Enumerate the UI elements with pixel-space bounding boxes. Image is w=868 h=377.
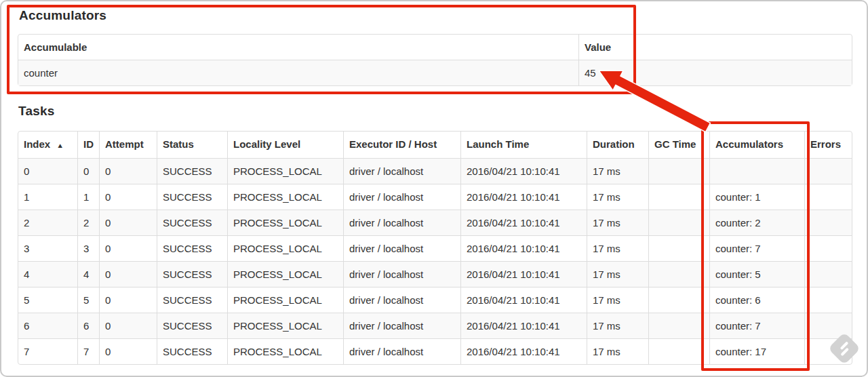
column-header-launch-time[interactable]: Launch Time bbox=[460, 132, 587, 158]
tasks-header-row: Index▲ ID Attempt Status Locality Level … bbox=[18, 132, 852, 158]
table-cell: PROCESS_LOCAL bbox=[227, 338, 343, 364]
column-header-executor-id-host[interactable]: Executor ID / Host bbox=[343, 132, 460, 158]
table-row: 770SUCCESSPROCESS_LOCALdriver / localhos… bbox=[18, 338, 852, 364]
table-cell: 0 bbox=[99, 261, 157, 287]
table-row: 660SUCCESSPROCESS_LOCALdriver / localhos… bbox=[18, 313, 852, 338]
table-cell: 17 ms bbox=[587, 287, 648, 313]
table-cell: SUCCESS bbox=[157, 287, 227, 313]
table-cell: 17 ms bbox=[587, 235, 648, 261]
table-row: 330SUCCESSPROCESS_LOCALdriver / localhos… bbox=[18, 235, 852, 261]
table-cell: 0 bbox=[99, 313, 157, 338]
table-cell: PROCESS_LOCAL bbox=[227, 313, 343, 338]
table-cell: 3 bbox=[18, 235, 77, 261]
table-cell bbox=[648, 210, 709, 235]
table-cell: SUCCESS bbox=[157, 184, 227, 210]
table-cell: 2016/04/21 10:10:41 bbox=[460, 235, 587, 261]
accumulators-table: Accumulable Value counter45 bbox=[18, 34, 852, 86]
table-cell: 0 bbox=[18, 158, 77, 184]
table-cell: 0 bbox=[99, 235, 157, 261]
column-header-locality-level[interactable]: Locality Level bbox=[227, 132, 343, 158]
table-cell: 2016/04/21 10:10:41 bbox=[460, 313, 587, 338]
table-cell: counter: 7 bbox=[709, 235, 804, 261]
table-cell bbox=[648, 338, 709, 364]
table-cell: 2016/04/21 10:10:41 bbox=[460, 184, 587, 210]
sort-ascending-icon: ▲ bbox=[56, 139, 64, 152]
table-cell: 0 bbox=[99, 210, 157, 235]
table-cell: 6 bbox=[77, 313, 99, 338]
table-cell bbox=[804, 287, 852, 313]
column-header-errors[interactable]: Errors bbox=[804, 132, 852, 158]
table-cell: counter: 7 bbox=[709, 313, 804, 338]
table-cell: 17 ms bbox=[587, 184, 648, 210]
table-cell: PROCESS_LOCAL bbox=[227, 210, 343, 235]
table-cell: 5 bbox=[18, 287, 77, 313]
table-cell: 2016/04/21 10:10:41 bbox=[460, 261, 587, 287]
table-cell bbox=[648, 287, 709, 313]
table-cell: SUCCESS bbox=[157, 313, 227, 338]
table-cell: 2016/04/21 10:10:41 bbox=[460, 210, 587, 235]
table-cell: counter: 1 bbox=[709, 184, 804, 210]
table-cell: 0 bbox=[77, 158, 99, 184]
table-cell: driver / localhost bbox=[343, 261, 460, 287]
column-header-attempt[interactable]: Attempt bbox=[99, 132, 157, 158]
table-cell bbox=[804, 261, 852, 287]
table-cell: PROCESS_LOCAL bbox=[227, 261, 343, 287]
table-cell: 17 ms bbox=[587, 313, 648, 338]
table-cell: 1 bbox=[18, 184, 77, 210]
table-cell: 5 bbox=[77, 287, 99, 313]
table-cell: SUCCESS bbox=[157, 261, 227, 287]
table-cell: 45 bbox=[578, 60, 852, 85]
column-header-duration[interactable]: Duration bbox=[587, 132, 648, 158]
column-header-status[interactable]: Status bbox=[157, 132, 227, 158]
table-cell: driver / localhost bbox=[343, 184, 460, 210]
table-cell: SUCCESS bbox=[157, 210, 227, 235]
column-header-index[interactable]: Index▲ bbox=[18, 132, 77, 158]
table-cell: 17 ms bbox=[587, 210, 648, 235]
table-cell: counter: 2 bbox=[709, 210, 804, 235]
table-cell: 17 ms bbox=[587, 338, 648, 364]
table-cell: 2 bbox=[18, 210, 77, 235]
table-cell: driver / localhost bbox=[343, 313, 460, 338]
table-cell: 6 bbox=[18, 313, 77, 338]
table-cell: 2 bbox=[77, 210, 99, 235]
table-row: 440SUCCESSPROCESS_LOCALdriver / localhos… bbox=[18, 261, 852, 287]
table-cell: SUCCESS bbox=[157, 338, 227, 364]
table-cell: 4 bbox=[18, 261, 77, 287]
table-cell: 0 bbox=[99, 338, 157, 364]
table-cell: SUCCESS bbox=[157, 158, 227, 184]
column-header-id[interactable]: ID bbox=[77, 132, 99, 158]
table-row: 550SUCCESSPROCESS_LOCALdriver / localhos… bbox=[18, 287, 852, 313]
table-cell: 17 ms bbox=[587, 158, 648, 184]
table-cell: driver / localhost bbox=[343, 287, 460, 313]
table-cell: driver / localhost bbox=[343, 338, 460, 364]
table-cell: PROCESS_LOCAL bbox=[227, 235, 343, 261]
column-header-gc-time[interactable]: GC Time bbox=[648, 132, 709, 158]
table-cell: driver / localhost bbox=[343, 235, 460, 261]
column-header-accumulators[interactable]: Accumulators bbox=[709, 132, 804, 158]
table-cell: 0 bbox=[99, 287, 157, 313]
table-row: counter45 bbox=[18, 60, 852, 85]
column-header-accumulable: Accumulable bbox=[18, 35, 578, 60]
table-cell bbox=[648, 235, 709, 261]
table-cell: PROCESS_LOCAL bbox=[227, 184, 343, 210]
table-cell bbox=[648, 184, 709, 210]
table-cell: PROCESS_LOCAL bbox=[227, 287, 343, 313]
table-cell: SUCCESS bbox=[157, 235, 227, 261]
table-cell: 0 bbox=[99, 158, 157, 184]
table-cell bbox=[648, 158, 709, 184]
table-cell: driver / localhost bbox=[343, 158, 460, 184]
table-cell: 0 bbox=[99, 184, 157, 210]
table-cell bbox=[648, 313, 709, 338]
table-cell bbox=[648, 261, 709, 287]
table-cell: counter bbox=[18, 60, 578, 85]
spark-stage-page: { "accumulators_section": { "title": "Ac… bbox=[0, 0, 868, 377]
table-cell bbox=[709, 158, 804, 184]
table-row: 220SUCCESSPROCESS_LOCALdriver / localhos… bbox=[18, 210, 852, 235]
table-cell: 4 bbox=[77, 261, 99, 287]
accumulators-header-row: Accumulable Value bbox=[18, 35, 852, 60]
table-row: 000SUCCESSPROCESS_LOCALdriver / localhos… bbox=[18, 158, 852, 184]
table-cell: 3 bbox=[77, 235, 99, 261]
table-cell: 2016/04/21 10:10:41 bbox=[460, 338, 587, 364]
accumulators-section-title: Accumulators bbox=[19, 8, 106, 23]
column-header-value: Value bbox=[578, 35, 852, 60]
